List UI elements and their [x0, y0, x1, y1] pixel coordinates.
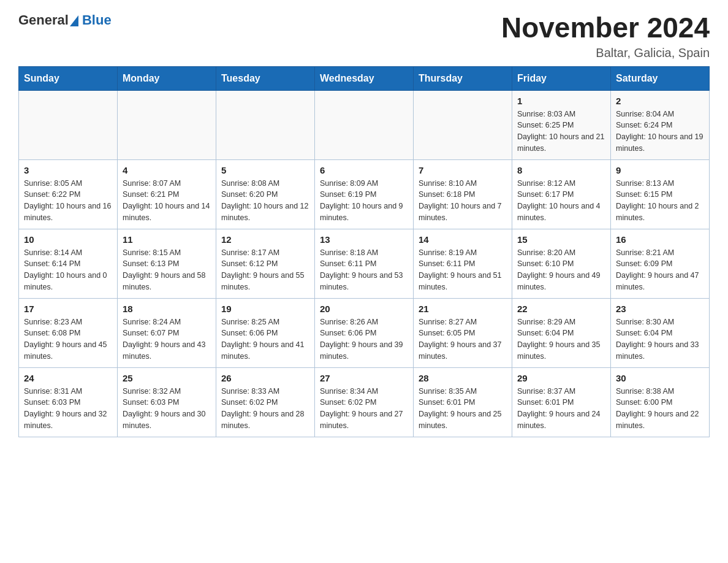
calendar-cell: 1Sunrise: 8:03 AMSunset: 6:25 PMDaylight… — [512, 90, 611, 159]
day-info: Sunrise: 8:38 AMSunset: 6:00 PMDaylight:… — [616, 386, 704, 432]
day-number: 20 — [320, 304, 408, 314]
day-number: 5 — [221, 165, 309, 175]
day-number: 7 — [419, 165, 507, 175]
calendar-cell — [216, 90, 315, 159]
calendar-cell: 11Sunrise: 8:15 AMSunset: 6:13 PMDayligh… — [118, 229, 216, 298]
header-thursday: Thursday — [414, 66, 512, 90]
calendar-cell: 23Sunrise: 8:30 AMSunset: 6:04 PMDayligh… — [611, 298, 710, 367]
title-section: November 2024 Baltar, Galicia, Spain — [501, 12, 710, 60]
day-info: Sunrise: 8:25 AMSunset: 6:06 PMDaylight:… — [221, 316, 309, 362]
day-info: Sunrise: 8:24 AMSunset: 6:07 PMDaylight:… — [123, 316, 211, 362]
day-number: 22 — [517, 304, 605, 314]
calendar-cell: 19Sunrise: 8:25 AMSunset: 6:06 PMDayligh… — [216, 298, 315, 367]
day-number: 27 — [320, 373, 408, 383]
day-number: 11 — [123, 234, 211, 245]
header-tuesday: Tuesday — [216, 66, 315, 90]
day-info: Sunrise: 8:26 AMSunset: 6:06 PMDaylight:… — [320, 316, 408, 362]
day-number: 6 — [320, 165, 408, 175]
day-info: Sunrise: 8:31 AMSunset: 6:03 PMDaylight:… — [24, 386, 112, 432]
calendar-cell — [315, 90, 414, 159]
calendar-cell: 30Sunrise: 8:38 AMSunset: 6:00 PMDayligh… — [611, 367, 710, 437]
day-info: Sunrise: 8:23 AMSunset: 6:08 PMDaylight:… — [24, 316, 112, 362]
logo-blue: Blue — [82, 12, 112, 28]
page-header: General Blue November 2024 Baltar, Galic… — [18, 12, 710, 60]
day-number: 2 — [616, 96, 704, 106]
week-row-0: 1Sunrise: 8:03 AMSunset: 6:25 PMDaylight… — [19, 90, 710, 159]
calendar-cell — [19, 90, 118, 159]
day-number: 16 — [616, 234, 704, 245]
day-info: Sunrise: 8:19 AMSunset: 6:11 PMDaylight:… — [419, 247, 507, 293]
day-number: 25 — [123, 373, 211, 383]
calendar-cell: 2Sunrise: 8:04 AMSunset: 6:24 PMDaylight… — [611, 90, 710, 159]
day-number: 18 — [123, 304, 211, 314]
day-number: 1 — [517, 96, 605, 106]
day-info: Sunrise: 8:30 AMSunset: 6:04 PMDaylight:… — [616, 316, 704, 362]
day-info: Sunrise: 8:27 AMSunset: 6:05 PMDaylight:… — [419, 316, 507, 362]
calendar-cell — [118, 90, 216, 159]
day-info: Sunrise: 8:12 AMSunset: 6:17 PMDaylight:… — [517, 178, 605, 224]
calendar-cell: 10Sunrise: 8:14 AMSunset: 6:14 PMDayligh… — [19, 229, 118, 298]
day-number: 4 — [123, 165, 211, 175]
calendar-cell: 6Sunrise: 8:09 AMSunset: 6:19 PMDaylight… — [315, 159, 414, 229]
calendar-cell: 18Sunrise: 8:24 AMSunset: 6:07 PMDayligh… — [118, 298, 216, 367]
day-info: Sunrise: 8:20 AMSunset: 6:10 PMDaylight:… — [517, 247, 605, 293]
day-number: 12 — [221, 234, 309, 245]
day-info: Sunrise: 8:14 AMSunset: 6:14 PMDaylight:… — [24, 247, 112, 293]
day-number: 19 — [221, 304, 309, 314]
calendar-cell: 12Sunrise: 8:17 AMSunset: 6:12 PMDayligh… — [216, 229, 315, 298]
day-number: 13 — [320, 234, 408, 245]
day-number: 28 — [419, 373, 507, 383]
day-info: Sunrise: 8:05 AMSunset: 6:22 PMDaylight:… — [24, 178, 112, 224]
week-row-2: 10Sunrise: 8:14 AMSunset: 6:14 PMDayligh… — [19, 229, 710, 298]
calendar-table: SundayMondayTuesdayWednesdayThursdayFrid… — [18, 66, 710, 437]
day-info: Sunrise: 8:03 AMSunset: 6:25 PMDaylight:… — [517, 109, 605, 155]
calendar-cell: 22Sunrise: 8:29 AMSunset: 6:04 PMDayligh… — [512, 298, 611, 367]
calendar-cell: 8Sunrise: 8:12 AMSunset: 6:17 PMDaylight… — [512, 159, 611, 229]
calendar-cell: 13Sunrise: 8:18 AMSunset: 6:11 PMDayligh… — [315, 229, 414, 298]
calendar-cell: 7Sunrise: 8:10 AMSunset: 6:18 PMDaylight… — [414, 159, 512, 229]
week-row-3: 17Sunrise: 8:23 AMSunset: 6:08 PMDayligh… — [19, 298, 710, 367]
header-sunday: Sunday — [19, 66, 118, 90]
day-info: Sunrise: 8:17 AMSunset: 6:12 PMDaylight:… — [221, 247, 309, 293]
day-number: 24 — [24, 373, 112, 383]
calendar-header-row: SundayMondayTuesdayWednesdayThursdayFrid… — [19, 66, 710, 90]
week-row-4: 24Sunrise: 8:31 AMSunset: 6:03 PMDayligh… — [19, 367, 710, 437]
day-info: Sunrise: 8:33 AMSunset: 6:02 PMDaylight:… — [221, 386, 309, 432]
day-info: Sunrise: 8:21 AMSunset: 6:09 PMDaylight:… — [616, 247, 704, 293]
calendar-cell: 27Sunrise: 8:34 AMSunset: 6:02 PMDayligh… — [315, 367, 414, 437]
logo-triangle — [70, 15, 78, 26]
calendar-cell: 4Sunrise: 8:07 AMSunset: 6:21 PMDaylight… — [118, 159, 216, 229]
logo: General Blue — [18, 12, 112, 28]
calendar-cell: 29Sunrise: 8:37 AMSunset: 6:01 PMDayligh… — [512, 367, 611, 437]
day-info: Sunrise: 8:29 AMSunset: 6:04 PMDaylight:… — [517, 316, 605, 362]
calendar-cell — [414, 90, 512, 159]
day-number: 9 — [616, 165, 704, 175]
day-number: 23 — [616, 304, 704, 314]
month-title: November 2024 — [501, 12, 710, 44]
week-row-1: 3Sunrise: 8:05 AMSunset: 6:22 PMDaylight… — [19, 159, 710, 229]
calendar-cell: 17Sunrise: 8:23 AMSunset: 6:08 PMDayligh… — [19, 298, 118, 367]
calendar-cell: 14Sunrise: 8:19 AMSunset: 6:11 PMDayligh… — [414, 229, 512, 298]
day-info: Sunrise: 8:08 AMSunset: 6:20 PMDaylight:… — [221, 178, 309, 224]
day-info: Sunrise: 8:07 AMSunset: 6:21 PMDaylight:… — [123, 178, 211, 224]
day-info: Sunrise: 8:34 AMSunset: 6:02 PMDaylight:… — [320, 386, 408, 432]
day-number: 26 — [221, 373, 309, 383]
day-number: 17 — [24, 304, 112, 314]
day-info: Sunrise: 8:09 AMSunset: 6:19 PMDaylight:… — [320, 178, 408, 224]
header-saturday: Saturday — [611, 66, 710, 90]
header-wednesday: Wednesday — [315, 66, 414, 90]
calendar-cell: 26Sunrise: 8:33 AMSunset: 6:02 PMDayligh… — [216, 367, 315, 437]
day-info: Sunrise: 8:18 AMSunset: 6:11 PMDaylight:… — [320, 247, 408, 293]
calendar-cell: 20Sunrise: 8:26 AMSunset: 6:06 PMDayligh… — [315, 298, 414, 367]
day-number: 14 — [419, 234, 507, 245]
day-number: 10 — [24, 234, 112, 245]
calendar-cell: 5Sunrise: 8:08 AMSunset: 6:20 PMDaylight… — [216, 159, 315, 229]
location-subtitle: Baltar, Galicia, Spain — [501, 46, 710, 60]
day-info: Sunrise: 8:32 AMSunset: 6:03 PMDaylight:… — [123, 386, 211, 432]
calendar-cell: 16Sunrise: 8:21 AMSunset: 6:09 PMDayligh… — [611, 229, 710, 298]
day-info: Sunrise: 8:37 AMSunset: 6:01 PMDaylight:… — [517, 386, 605, 432]
calendar-cell: 24Sunrise: 8:31 AMSunset: 6:03 PMDayligh… — [19, 367, 118, 437]
calendar-cell: 25Sunrise: 8:32 AMSunset: 6:03 PMDayligh… — [118, 367, 216, 437]
day-number: 29 — [517, 373, 605, 383]
day-number: 8 — [517, 165, 605, 175]
